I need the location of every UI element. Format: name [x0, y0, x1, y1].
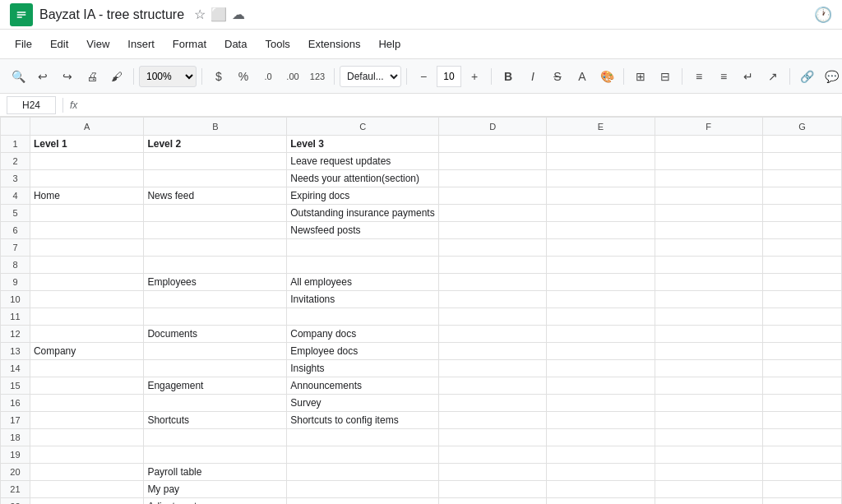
menu-view[interactable]: View	[78, 35, 118, 53]
row-number[interactable]: 11	[1, 308, 30, 326]
star-icon[interactable]: ☆	[194, 7, 206, 22]
cell-16-G[interactable]	[762, 395, 841, 412]
cell-22-G[interactable]	[762, 498, 841, 505]
row-number[interactable]: 17	[1, 412, 30, 429]
cell-4-E[interactable]	[547, 187, 655, 205]
cell-14-E[interactable]	[547, 360, 655, 377]
cell-15-C[interactable]: Announcements	[287, 377, 439, 395]
cell-9-B[interactable]: Employees	[144, 274, 287, 291]
fill-color-button[interactable]: 🎨	[595, 65, 618, 88]
cell-4-A[interactable]: Home	[30, 187, 143, 205]
cell-10-E[interactable]	[547, 291, 655, 308]
col-header-f[interactable]: F	[655, 118, 762, 136]
cell-14-A[interactable]	[30, 360, 143, 377]
cell-19-G[interactable]	[762, 446, 841, 464]
menu-format[interactable]: Format	[164, 35, 215, 53]
font-size-input[interactable]	[437, 66, 461, 87]
cell-3-E[interactable]	[547, 170, 655, 187]
cell-2-F[interactable]	[655, 153, 762, 170]
row-number[interactable]: 1	[1, 136, 30, 153]
cell-1-B[interactable]: Level 2	[144, 136, 287, 153]
decimal-inc-button[interactable]: .00	[281, 65, 304, 88]
cell-20-B[interactable]: Payroll table	[144, 464, 287, 481]
zoom-select[interactable]: 100%	[139, 66, 197, 87]
row-number[interactable]: 3	[1, 170, 30, 187]
cell-6-B[interactable]	[144, 222, 287, 239]
cell-10-F[interactable]	[655, 291, 762, 308]
cell-11-A[interactable]	[30, 308, 143, 326]
row-number[interactable]: 5	[1, 205, 30, 222]
cell-9-E[interactable]	[547, 274, 655, 291]
cell-11-B[interactable]	[144, 308, 287, 326]
cell-7-A[interactable]	[30, 239, 143, 257]
cell-5-D[interactable]	[439, 205, 547, 222]
cell-7-B[interactable]	[144, 239, 287, 257]
wrap-button[interactable]: ↵	[737, 65, 760, 88]
cell-1-G[interactable]	[762, 136, 841, 153]
font-size-increase[interactable]: +	[463, 65, 486, 88]
cell-21-C[interactable]	[287, 481, 439, 498]
align-button[interactable]: ≡	[687, 65, 710, 88]
row-number[interactable]: 2	[1, 153, 30, 170]
undo-button[interactable]: ↩	[31, 65, 54, 88]
cell-14-F[interactable]	[655, 360, 762, 377]
row-number[interactable]: 10	[1, 291, 30, 308]
cell-16-E[interactable]	[547, 395, 655, 412]
cell-18-E[interactable]	[547, 429, 655, 446]
cell-6-D[interactable]	[439, 222, 547, 239]
text-color-button[interactable]: A	[571, 65, 594, 88]
cell-9-C[interactable]: All employees	[287, 274, 439, 291]
cell-2-E[interactable]	[547, 153, 655, 170]
cell-18-C[interactable]	[287, 429, 439, 446]
cell-1-C[interactable]: Level 3	[287, 136, 439, 153]
cell-1-E[interactable]	[547, 136, 655, 153]
cell-5-G[interactable]	[762, 205, 841, 222]
menu-data[interactable]: Data	[216, 35, 255, 53]
sheet-table-wrapper[interactable]: A B C D E F G 1Level 1Level 2Level 32Lea…	[0, 117, 842, 504]
cell-5-E[interactable]	[547, 205, 655, 222]
cell-11-C[interactable]	[287, 308, 439, 326]
cell-15-A[interactable]	[30, 377, 143, 395]
row-number[interactable]: 18	[1, 429, 30, 446]
row-number[interactable]: 15	[1, 377, 30, 395]
cell-16-F[interactable]	[655, 395, 762, 412]
cell-8-D[interactable]	[439, 257, 547, 274]
cell-12-D[interactable]	[439, 326, 547, 343]
cell-5-A[interactable]	[30, 205, 143, 222]
cell-4-F[interactable]	[655, 187, 762, 205]
percent-button[interactable]: %	[232, 65, 255, 88]
row-number[interactable]: 12	[1, 326, 30, 343]
col-header-d[interactable]: D	[439, 118, 547, 136]
cell-12-B[interactable]: Documents	[144, 326, 287, 343]
cell-7-D[interactable]	[439, 239, 547, 257]
cell-7-F[interactable]	[655, 239, 762, 257]
menu-edit[interactable]: Edit	[42, 35, 76, 53]
cell-21-E[interactable]	[547, 481, 655, 498]
menu-insert[interactable]: Insert	[119, 35, 163, 53]
row-number[interactable]: 6	[1, 222, 30, 239]
cell-3-F[interactable]	[655, 170, 762, 187]
redo-button[interactable]: ↪	[56, 65, 79, 88]
cell-3-A[interactable]	[30, 170, 143, 187]
cell-16-C[interactable]: Survey	[287, 395, 439, 412]
cell-11-F[interactable]	[655, 308, 762, 326]
cell-6-G[interactable]	[762, 222, 841, 239]
cell-1-A[interactable]: Level 1	[30, 136, 143, 153]
cell-15-G[interactable]	[762, 377, 841, 395]
cell-10-A[interactable]	[30, 291, 143, 308]
cell-18-F[interactable]	[655, 429, 762, 446]
menu-tools[interactable]: Tools	[257, 35, 298, 53]
cell-12-C[interactable]: Company docs	[287, 326, 439, 343]
cell-18-A[interactable]	[30, 429, 143, 446]
menu-extensions[interactable]: Extensions	[300, 35, 369, 53]
cell-4-B[interactable]: News feed	[144, 187, 287, 205]
cell-10-C[interactable]: Invitations	[287, 291, 439, 308]
cell-8-A[interactable]	[30, 257, 143, 274]
borders-button[interactable]: ⊞	[629, 65, 652, 88]
cell-13-B[interactable]	[144, 343, 287, 360]
rotate-button[interactable]: ↗	[761, 65, 784, 88]
cell-1-F[interactable]	[655, 136, 762, 153]
cell-22-F[interactable]	[655, 498, 762, 505]
row-number[interactable]: 7	[1, 239, 30, 257]
cell-19-C[interactable]	[287, 446, 439, 464]
